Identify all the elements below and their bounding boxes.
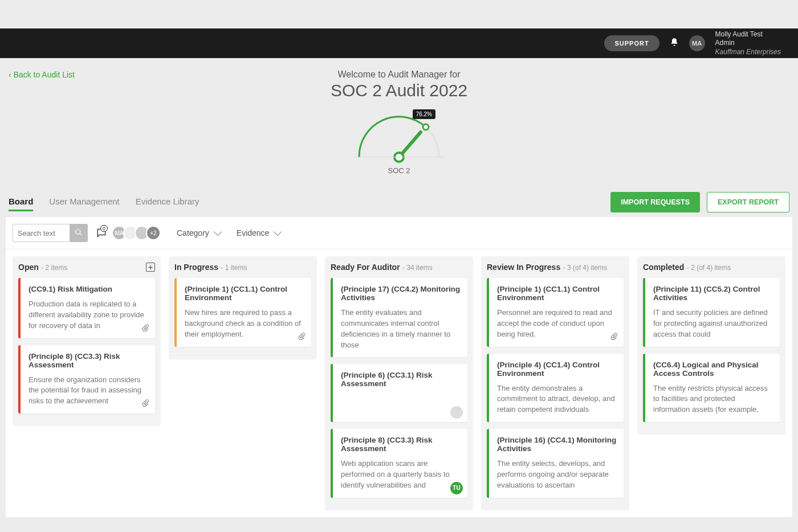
- user-role: Admin: [715, 39, 781, 48]
- attachment-icon: [141, 324, 149, 334]
- evidence-label: Evidence: [237, 228, 270, 238]
- tabs: Board User Management Evidence Library: [9, 193, 199, 211]
- column-count: - 2 items: [41, 264, 67, 272]
- kanban-columns: Open - 2 items+(CC9.1) Risk MitigationPr…: [6, 249, 792, 517]
- card-body: Web application scans are performed on a…: [341, 459, 461, 491]
- user-avatar[interactable]: MA: [689, 35, 705, 51]
- export-report-button[interactable]: EXPORT REPORT: [707, 192, 789, 212]
- kanban-column: Open - 2 items+(CC9.1) Risk MitigationPr…: [13, 256, 161, 426]
- card-title: (Principle 8) (CC3.3) Risk Assessment: [341, 436, 461, 453]
- card-title: (Principle 16) (CC4.1) Monitoring Activi…: [497, 436, 617, 453]
- card-title: (Principle 6) (CC3.1) Risk Assessment: [341, 371, 461, 388]
- card-title: (Principle 11) (CC5.2) Control Activitie…: [653, 285, 773, 302]
- search-input[interactable]: [13, 224, 70, 242]
- card-title: (Principle 4) (CC1.4) Control Environmen…: [497, 361, 617, 378]
- column-count: - 1 items: [221, 264, 247, 272]
- gauge-label: SOC 2: [388, 166, 410, 175]
- kanban-card[interactable]: (Principle 8) (CC3.3) Risk AssessmentEns…: [18, 345, 155, 414]
- audit-title: SOC 2 Audit 2022: [0, 81, 798, 100]
- gauge-percent-badge: 76.2%: [413, 109, 435, 119]
- column-count: - 34 items: [402, 264, 433, 272]
- card-body: Production data is replicated to a diffe…: [28, 299, 148, 332]
- card-body: New hires are required to pass a backgro…: [185, 308, 304, 340]
- column-header: Ready For Auditor - 34 items: [331, 262, 467, 272]
- column-title: Ready For Auditor: [331, 263, 400, 272]
- user-org: Kauffman Enterprises: [715, 48, 781, 57]
- tab-user-management[interactable]: User Management: [49, 193, 119, 211]
- card-title: (Principle 1) (CC1.1) Control Environmen…: [185, 285, 304, 302]
- action-buttons: IMPORT REQUESTS EXPORT REPORT: [610, 192, 789, 212]
- kanban-card[interactable]: (CC9.1) Risk MitigationProduction data i…: [18, 278, 155, 338]
- card-body: The entity restricts physical access to …: [653, 383, 773, 416]
- card-body: The entity demonstrates a commitment to …: [497, 383, 617, 416]
- backlink-label: Back to Audit List: [14, 70, 75, 79]
- avatar-stack[interactable]: MA +2: [115, 226, 161, 240]
- user-name: Molly Audit Test: [715, 30, 781, 39]
- column-count: - 3 (of 4) items: [563, 264, 607, 272]
- card-body: The entity evaluates and communicates in…: [341, 308, 461, 350]
- kanban-column: Ready For Auditor - 34 items(Principle 1…: [325, 256, 473, 510]
- card-avatar: TU: [450, 482, 463, 494]
- tab-evidence-library[interactable]: Evidence Library: [136, 193, 199, 211]
- chevron-down-icon: [274, 228, 282, 236]
- column-header: Open - 2 items+: [18, 262, 155, 272]
- kanban-column: Review In Progress - 3 (of 4) items(Prin…: [481, 256, 629, 510]
- kanban-card[interactable]: (Principle 6) (CC3.1) Risk Assessment: [331, 364, 467, 422]
- support-button[interactable]: SUPPORT: [604, 35, 659, 51]
- search-icon: [75, 228, 83, 238]
- card-body: The entity selects, develops, and perfor…: [497, 459, 617, 491]
- card-avatar: [450, 406, 463, 419]
- kanban-card[interactable]: (Principle 4) (CC1.4) Control Environmen…: [487, 354, 624, 423]
- card-title: (Principle 8) (CC3.3) Risk Assessment: [28, 352, 148, 369]
- add-card-button[interactable]: +: [146, 263, 155, 272]
- evidence-dropdown[interactable]: Evidence: [237, 228, 281, 238]
- column-header: Completed - 2 (of 4) items: [643, 262, 780, 272]
- kanban-card[interactable]: (Principle 1) (CC1.1) Control Environmen…: [174, 278, 311, 347]
- back-to-audit-list-link[interactable]: ‹ Back to Audit List: [9, 70, 75, 79]
- category-dropdown[interactable]: Category: [177, 228, 221, 238]
- card-title: (CC9.1) Risk Mitigation: [28, 285, 148, 293]
- card-body: Ensure the organization considers the po…: [28, 375, 148, 407]
- column-header: Review In Progress - 3 (of 4) items: [487, 262, 624, 272]
- kanban-card[interactable]: (CC6.4) Logical and Physical Access Cont…: [643, 354, 780, 423]
- category-label: Category: [177, 228, 209, 238]
- kanban-column: In Progress - 1 items(Principle 1) (CC1.…: [169, 256, 317, 359]
- card-body: IT and security policies are defined for…: [653, 308, 773, 340]
- bell-icon[interactable]: [670, 38, 679, 49]
- kanban-card[interactable]: (Principle 17) (CC4.2) Monitoring Activi…: [331, 278, 467, 357]
- welcome-header: Welcome to Audit Manager for SOC 2 Audit…: [0, 69, 798, 100]
- column-title: Review In Progress: [487, 263, 560, 272]
- user-info: Molly Audit Test Admin Kauffman Enterpri…: [715, 30, 781, 57]
- kanban-card[interactable]: (Principle 16) (CC4.1) Monitoring Activi…: [487, 429, 624, 498]
- filter-row: 0 MA +2 Category Evidence: [6, 224, 792, 249]
- search-button[interactable]: [70, 224, 88, 242]
- chevron-left-icon: ‹: [9, 70, 11, 79]
- kanban-card[interactable]: (Principle 1) (CC1.1) Control Environmen…: [487, 278, 624, 347]
- card-body: Personnel are required to read and accep…: [497, 308, 617, 340]
- column-title: Completed: [643, 263, 684, 272]
- column-title: In Progress: [174, 263, 218, 272]
- import-requests-button[interactable]: IMPORT REQUESTS: [610, 192, 700, 212]
- tab-board[interactable]: Board: [9, 193, 33, 211]
- kanban-card[interactable]: (Principle 11) (CC5.2) Control Activitie…: [643, 278, 780, 347]
- gauge-widget: 76.2% SOC 2: [0, 106, 798, 175]
- attachment-icon: [610, 332, 618, 342]
- comments-button[interactable]: 0: [96, 227, 107, 239]
- kanban-card[interactable]: (Principle 8) (CC3.3) Risk AssessmentWeb…: [331, 429, 467, 498]
- column-count: - 2 (of 4) items: [687, 264, 731, 272]
- attachment-icon: [141, 399, 149, 409]
- column-title: Open: [18, 263, 39, 272]
- card-title: (Principle 17) (CC4.2) Monitoring Activi…: [341, 285, 461, 302]
- attachment-icon: [298, 332, 306, 342]
- card-title: (Principle 1) (CC1.1) Control Environmen…: [497, 285, 617, 302]
- board-area: 0 MA +2 Category Evidence Open - 2 items…: [6, 217, 792, 517]
- card-title: (CC6.4) Logical and Physical Access Cont…: [653, 361, 773, 378]
- tabs-row: Board User Management Evidence Library I…: [0, 192, 798, 212]
- stack-avatar-more: +2: [146, 226, 161, 240]
- column-header: In Progress - 1 items: [174, 262, 311, 272]
- topbar: SUPPORT MA Molly Audit Test Admin Kauffm…: [0, 28, 798, 58]
- gauge-arc: 76.2%: [348, 106, 450, 163]
- kanban-column: Completed - 2 (of 4) items(Principle 11)…: [637, 256, 785, 435]
- svg-point-0: [423, 124, 429, 130]
- card-body: [341, 394, 461, 415]
